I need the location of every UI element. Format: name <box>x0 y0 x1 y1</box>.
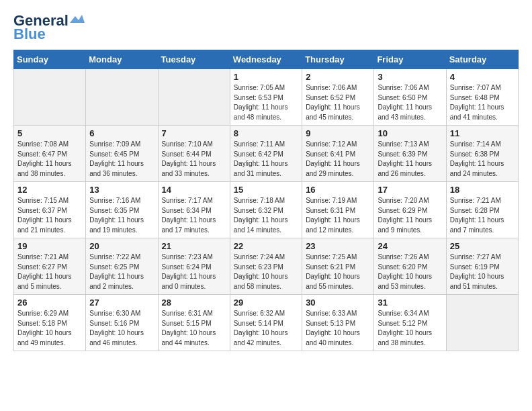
calendar-day-26: 26Sunrise: 6:29 AMSunset: 5:18 PMDayligh… <box>14 295 86 351</box>
calendar-day-12: 12Sunrise: 7:15 AMSunset: 6:37 PMDayligh… <box>14 182 86 238</box>
day-info: Sunrise: 6:29 AMSunset: 5:18 PMDaylight:… <box>17 309 82 348</box>
calendar-day-3: 3Sunrise: 7:06 AMSunset: 6:50 PMDaylight… <box>374 69 446 126</box>
day-number: 25 <box>450 241 515 251</box>
calendar-day-23: 23Sunrise: 7:25 AMSunset: 6:21 PMDayligh… <box>302 238 374 295</box>
col-header-saturday: Saturday <box>446 50 518 69</box>
day-number: 31 <box>378 298 442 308</box>
day-info: Sunrise: 7:22 AMSunset: 6:25 PMDaylight:… <box>89 253 154 291</box>
day-number: 29 <box>234 298 298 308</box>
day-number: 7 <box>162 128 226 138</box>
day-info: Sunrise: 7:19 AMSunset: 6:31 PMDaylight:… <box>306 196 370 235</box>
calendar-empty-cell <box>86 69 158 126</box>
calendar-day-14: 14Sunrise: 7:17 AMSunset: 6:34 PMDayligh… <box>158 182 230 238</box>
calendar-day-21: 21Sunrise: 7:23 AMSunset: 6:24 PMDayligh… <box>158 238 230 295</box>
day-info: Sunrise: 7:20 AMSunset: 6:29 PMDaylight:… <box>378 196 442 235</box>
day-number: 22 <box>234 241 298 251</box>
day-number: 28 <box>162 298 226 308</box>
day-number: 30 <box>306 298 370 308</box>
calendar-day-2: 2Sunrise: 7:06 AMSunset: 6:52 PMDaylight… <box>302 69 374 126</box>
col-header-wednesday: Wednesday <box>230 50 302 69</box>
day-number: 24 <box>378 241 442 251</box>
day-info: Sunrise: 7:24 AMSunset: 6:23 PMDaylight:… <box>234 253 298 291</box>
calendar-empty-cell <box>158 69 230 126</box>
calendar-day-8: 8Sunrise: 7:11 AMSunset: 6:42 PMDaylight… <box>230 126 302 182</box>
day-info: Sunrise: 7:25 AMSunset: 6:21 PMDaylight:… <box>306 253 370 291</box>
day-number: 10 <box>378 128 442 138</box>
day-number: 15 <box>234 185 298 195</box>
calendar-empty-cell <box>446 295 518 351</box>
day-number: 1 <box>234 72 298 82</box>
day-number: 21 <box>162 241 226 251</box>
day-info: Sunrise: 7:07 AMSunset: 6:48 PMDaylight:… <box>450 83 515 122</box>
day-number: 14 <box>162 185 226 195</box>
day-info: Sunrise: 7:26 AMSunset: 6:20 PMDaylight:… <box>378 253 442 291</box>
day-number: 2 <box>306 72 370 82</box>
calendar-day-29: 29Sunrise: 6:32 AMSunset: 5:14 PMDayligh… <box>230 295 302 351</box>
day-number: 11 <box>450 128 515 138</box>
calendar-day-24: 24Sunrise: 7:26 AMSunset: 6:20 PMDayligh… <box>374 238 446 295</box>
day-number: 3 <box>378 72 442 82</box>
day-number: 17 <box>378 185 442 195</box>
day-info: Sunrise: 6:32 AMSunset: 5:14 PMDaylight:… <box>234 309 298 348</box>
calendar-week-row: 26Sunrise: 6:29 AMSunset: 5:18 PMDayligh… <box>14 295 519 351</box>
day-number: 4 <box>450 72 515 82</box>
calendar-day-18: 18Sunrise: 7:21 AMSunset: 6:28 PMDayligh… <box>446 182 518 238</box>
day-info: Sunrise: 7:10 AMSunset: 6:44 PMDaylight:… <box>162 140 226 179</box>
day-number: 13 <box>89 185 154 195</box>
calendar-day-5: 5Sunrise: 7:08 AMSunset: 6:47 PMDaylight… <box>14 126 86 182</box>
calendar-week-row: 1Sunrise: 7:05 AMSunset: 6:53 PMDaylight… <box>14 69 519 126</box>
day-number: 18 <box>450 185 515 195</box>
day-info: Sunrise: 7:15 AMSunset: 6:37 PMDaylight:… <box>17 196 82 235</box>
day-number: 26 <box>17 298 82 308</box>
day-number: 16 <box>306 185 370 195</box>
day-number: 23 <box>306 241 370 251</box>
day-info: Sunrise: 6:31 AMSunset: 5:15 PMDaylight:… <box>162 309 226 348</box>
calendar-day-1: 1Sunrise: 7:05 AMSunset: 6:53 PMDaylight… <box>230 69 302 126</box>
col-header-friday: Friday <box>374 50 446 69</box>
day-info: Sunrise: 7:11 AMSunset: 6:42 PMDaylight:… <box>234 140 298 179</box>
svg-marker-0 <box>70 15 85 23</box>
day-info: Sunrise: 7:27 AMSunset: 6:19 PMDaylight:… <box>450 253 515 291</box>
day-info: Sunrise: 7:08 AMSunset: 6:47 PMDaylight:… <box>17 140 82 179</box>
calendar-day-27: 27Sunrise: 6:30 AMSunset: 5:16 PMDayligh… <box>86 295 158 351</box>
day-number: 8 <box>234 128 298 138</box>
calendar-day-19: 19Sunrise: 7:21 AMSunset: 6:27 PMDayligh… <box>14 238 86 295</box>
day-number: 27 <box>89 298 154 308</box>
calendar-day-15: 15Sunrise: 7:18 AMSunset: 6:32 PMDayligh… <box>230 182 302 238</box>
col-header-sunday: Sunday <box>14 50 86 69</box>
day-number: 5 <box>17 128 82 138</box>
calendar-day-9: 9Sunrise: 7:12 AMSunset: 6:41 PMDaylight… <box>302 126 374 182</box>
day-info: Sunrise: 7:17 AMSunset: 6:34 PMDaylight:… <box>162 196 226 235</box>
header: General Blue <box>13 12 519 43</box>
calendar-day-28: 28Sunrise: 6:31 AMSunset: 5:15 PMDayligh… <box>158 295 230 351</box>
calendar-week-row: 19Sunrise: 7:21 AMSunset: 6:27 PMDayligh… <box>14 238 519 295</box>
calendar-day-17: 17Sunrise: 7:20 AMSunset: 6:29 PMDayligh… <box>374 182 446 238</box>
logo: General Blue <box>13 12 85 43</box>
logo-bird-icon <box>70 13 85 26</box>
day-info: Sunrise: 7:12 AMSunset: 6:41 PMDaylight:… <box>306 140 370 179</box>
col-header-monday: Monday <box>86 50 158 69</box>
day-info: Sunrise: 7:06 AMSunset: 6:52 PMDaylight:… <box>306 83 370 122</box>
calendar-day-13: 13Sunrise: 7:16 AMSunset: 6:35 PMDayligh… <box>86 182 158 238</box>
day-info: Sunrise: 7:23 AMSunset: 6:24 PMDaylight:… <box>162 253 226 291</box>
day-info: Sunrise: 7:09 AMSunset: 6:45 PMDaylight:… <box>89 140 154 179</box>
calendar-week-row: 5Sunrise: 7:08 AMSunset: 6:47 PMDaylight… <box>14 126 519 182</box>
calendar-day-6: 6Sunrise: 7:09 AMSunset: 6:45 PMDaylight… <box>86 126 158 182</box>
col-header-thursday: Thursday <box>302 50 374 69</box>
calendar-day-22: 22Sunrise: 7:24 AMSunset: 6:23 PMDayligh… <box>230 238 302 295</box>
calendar-day-30: 30Sunrise: 6:33 AMSunset: 5:13 PMDayligh… <box>302 295 374 351</box>
day-info: Sunrise: 6:30 AMSunset: 5:16 PMDaylight:… <box>89 309 154 348</box>
logo-blue-text: Blue <box>13 26 46 43</box>
day-info: Sunrise: 7:05 AMSunset: 6:53 PMDaylight:… <box>234 83 298 122</box>
page: General Blue SundayMondayTuesdayWednesda… <box>0 0 532 411</box>
day-info: Sunrise: 7:21 AMSunset: 6:27 PMDaylight:… <box>17 253 82 291</box>
day-info: Sunrise: 6:33 AMSunset: 5:13 PMDaylight:… <box>306 309 370 348</box>
calendar-day-16: 16Sunrise: 7:19 AMSunset: 6:31 PMDayligh… <box>302 182 374 238</box>
col-header-tuesday: Tuesday <box>158 50 230 69</box>
day-info: Sunrise: 7:18 AMSunset: 6:32 PMDaylight:… <box>234 196 298 235</box>
day-number: 20 <box>89 241 154 251</box>
calendar-day-25: 25Sunrise: 7:27 AMSunset: 6:19 PMDayligh… <box>446 238 518 295</box>
calendar-week-row: 12Sunrise: 7:15 AMSunset: 6:37 PMDayligh… <box>14 182 519 238</box>
day-info: Sunrise: 7:13 AMSunset: 6:39 PMDaylight:… <box>378 140 442 179</box>
calendar-empty-cell <box>14 69 86 126</box>
